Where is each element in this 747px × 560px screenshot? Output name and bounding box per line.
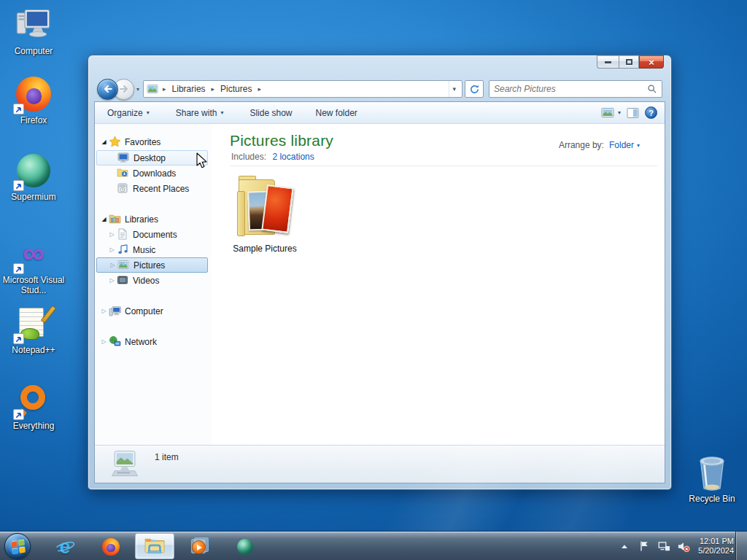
address-dropdown-icon[interactable]: ▾ [449, 81, 459, 97]
collapse-twisty-icon[interactable]: ◢ [99, 216, 109, 222]
item-count: 1 item [155, 452, 179, 462]
preview-pane-icon[interactable] [627, 107, 639, 119]
item-label: Desktop [133, 153, 166, 163]
taskbar-firefox[interactable] [100, 536, 122, 558]
explorer-window: × ▾ ▸ Libraries ▸ Pictures ▸ ▾ [88, 55, 672, 490]
back-button[interactable] [97, 79, 118, 100]
volume-muted-icon[interactable] [677, 540, 690, 553]
everything-icon [15, 381, 53, 419]
close-button[interactable]: × [639, 55, 664, 69]
computer-icon [15, 6, 53, 44]
arrange-by-label: Arrange by: [559, 140, 604, 150]
item-label: Downloads [133, 168, 176, 179]
minimize-icon [605, 61, 611, 63]
breadcrumb-pictures[interactable]: Pictures [219, 83, 253, 95]
sidebar-item-recent-places[interactable]: Recent Places [96, 181, 208, 196]
share-with-label: Share with [176, 108, 217, 118]
change-view-button[interactable]: ▾ [601, 107, 621, 119]
locations-link[interactable]: 2 locations [272, 152, 314, 162]
recycle-bin-icon [693, 454, 731, 491]
start-button[interactable] [4, 533, 31, 559]
expand-twisty-icon[interactable]: ▷ [108, 262, 117, 268]
search-input[interactable] [494, 84, 647, 94]
views-icon [601, 107, 615, 119]
organize-menu-button[interactable]: Organize ▾ [101, 104, 156, 122]
maximize-button[interactable] [619, 55, 639, 69]
pictures-icon [117, 259, 130, 271]
shortcut-arrow-icon [13, 409, 24, 420]
sidebar-section-libraries[interactable]: ◢ Libraries [96, 211, 208, 227]
slide-show-button[interactable]: Slide show [243, 104, 298, 122]
help-button[interactable]: ? [645, 106, 657, 119]
network-icon [109, 335, 121, 348]
taskbar-clock[interactable]: 12:01 PM 5/20/2024 [698, 537, 734, 556]
expand-twisty-icon[interactable]: ▷ [107, 246, 117, 253]
expand-twisty-icon[interactable]: ▷ [107, 231, 117, 238]
desktop-icon-label: Everything [0, 421, 67, 431]
arrange-by-dropdown[interactable]: Folder ▾ [609, 140, 640, 150]
desktop-icon-firefox[interactable]: Firefox [0, 75, 67, 125]
taskbar-windows-explorer-active[interactable] [135, 533, 174, 559]
shortcut-arrow-icon [13, 263, 24, 274]
desktop-icon [117, 152, 130, 164]
recent-pages-dropdown[interactable]: ▾ [136, 86, 139, 93]
taskbar-internet-explorer[interactable]: e [54, 536, 76, 558]
sidebar-item-pictures[interactable]: ▷ Pictures [96, 257, 208, 273]
taskbar: e [0, 531, 747, 560]
breadcrumb-libraries[interactable]: Libraries [171, 83, 207, 95]
desktop-icon-computer[interactable]: Computer [0, 6, 67, 56]
header-divider [230, 166, 657, 166]
sidebar-item-videos[interactable]: ▷ Videos [96, 273, 208, 288]
supermium-icon [235, 537, 255, 557]
sidebar-section-network[interactable]: ▷ Network [96, 334, 208, 349]
address-bar[interactable]: ▸ Libraries ▸ Pictures ▸ ▾ [143, 80, 462, 98]
item-label: Videos [133, 276, 159, 286]
expand-twisty-icon[interactable]: ▷ [107, 277, 117, 284]
desktop-icon-visual-studio[interactable]: ∞ Microsoft Visual Stud... [0, 235, 67, 295]
chevron-down-icon: ▾ [637, 142, 640, 149]
network-status-icon[interactable] [657, 540, 670, 553]
taskbar-supermium[interactable] [234, 536, 256, 558]
expand-twisty-icon[interactable]: ▷ [99, 308, 109, 314]
sidebar-item-desktop[interactable]: Desktop [96, 150, 208, 166]
item-label: Pictures [133, 260, 165, 271]
clock-date: 5/20/2024 [698, 546, 734, 556]
action-center-flag-icon[interactable] [638, 540, 651, 553]
desktop-icon-label: Microsoft Visual Stud... [0, 275, 67, 295]
collapse-twisty-icon[interactable]: ◢ [99, 139, 109, 145]
chevron-down-icon: ▾ [220, 109, 223, 116]
refresh-icon [469, 84, 480, 95]
desktop-icon-label: Notepad++ [0, 345, 67, 355]
downloads-icon [117, 167, 129, 179]
show-hidden-icons-button[interactable] [618, 540, 631, 553]
expand-twisty-icon[interactable]: ▷ [99, 338, 109, 345]
minimize-button[interactable] [597, 55, 619, 69]
chevron-down-icon: ▾ [618, 109, 621, 116]
section-label: Computer [125, 306, 163, 316]
desktop-icon-everything[interactable]: Everything [0, 381, 67, 431]
refresh-button[interactable] [465, 80, 484, 98]
documents-icon [117, 228, 129, 241]
new-folder-label: New folder [315, 108, 357, 118]
folder-item-sample-pictures[interactable]: Sample Pictures [230, 171, 300, 254]
share-with-menu-button[interactable]: Share with ▾ [169, 104, 231, 122]
sidebar-section-favorites[interactable]: ◢ Favorites [96, 134, 208, 149]
desktop-icon-recycle-bin[interactable]: Recycle Bin [678, 454, 746, 504]
desktop-icon-notepadpp[interactable]: Notepad++ [0, 305, 67, 355]
new-folder-button[interactable]: New folder [309, 104, 363, 122]
sidebar-section-computer[interactable]: ▷ Computer [96, 303, 208, 319]
sidebar-item-music[interactable]: ▷ Music [96, 242, 208, 257]
media-player-icon [189, 537, 209, 557]
desktop-icon-label: Firefox [0, 115, 67, 125]
desktop-icon-supermium[interactable]: Supermium [0, 152, 67, 202]
favorites-star-icon [109, 136, 121, 148]
system-tray: 12:01 PM 5/20/2024 [618, 532, 734, 560]
firefox-icon [101, 537, 121, 557]
show-desktop-button[interactable] [735, 532, 747, 560]
taskbar-media-player[interactable] [188, 536, 210, 558]
slide-show-label: Slide show [249, 108, 292, 118]
section-label: Libraries [125, 214, 158, 225]
sidebar-item-documents[interactable]: ▷ Documents [96, 227, 208, 242]
library-title: Pictures library [230, 132, 333, 149]
sidebar-item-downloads[interactable]: Downloads [96, 166, 208, 181]
